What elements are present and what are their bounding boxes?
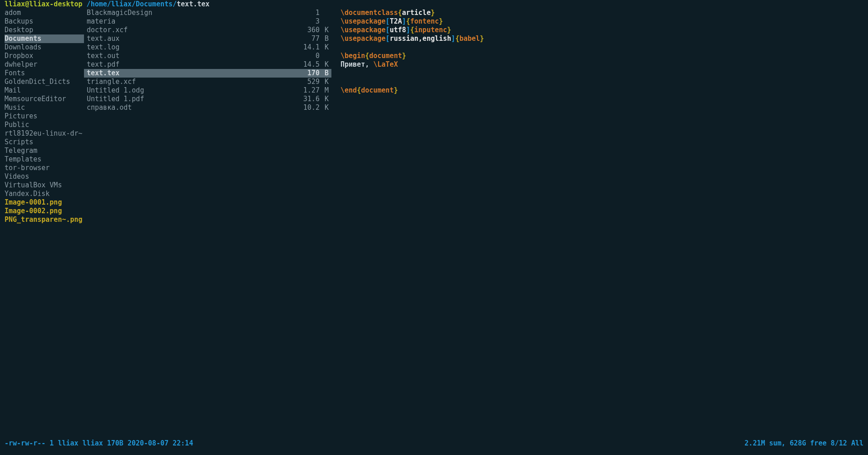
parent-dir-item[interactable]: Image-0002.png [5,207,84,215]
dir-label: GoldenDict_Dicts [5,78,70,86]
syntax-token: } [402,52,406,60]
parent-dir-item[interactable]: Telegram [5,147,84,155]
parent-dir-item[interactable]: Music [5,103,84,112]
syntax-token: utf8 [390,26,406,34]
parent-dir-item[interactable]: Pictures [5,112,84,121]
file-size-unit [320,9,329,17]
file-size: 77B [297,34,329,43]
dir-label: MemsourceEditor [5,95,66,103]
parent-dir-item[interactable]: Scripts [5,138,84,147]
parent-dir-item[interactable]: dwhelper [5,60,84,69]
parent-dir-pane[interactable]: adomBackupsDesktopDocumentsDownloadsDrop… [5,9,84,224]
syntax-token: { [357,86,361,94]
dir-label: Documents [5,34,41,43]
file-item[interactable]: text.log14.1K [84,43,331,52]
syntax-token: ] [451,34,455,43]
file-size-num: 77 [297,34,320,43]
parent-dir-item[interactable]: MemsourceEditor [5,95,84,103]
syntax-token: \documentclass [340,9,398,17]
syntax-token: article [402,9,430,17]
preview-pane[interactable]: \documentclass{article}\usepackage[T2A]{… [331,9,863,224]
file-label: text.pdf [84,60,119,69]
file-size-unit: K [320,78,329,86]
file-item[interactable]: Untitled 1.odg1.27M [84,86,331,95]
syntax-token: } [480,34,484,43]
file-size: 0 [297,52,329,60]
dir-label: Pictures [5,112,37,121]
file-size-num: 14.5 [297,60,320,69]
parent-dir-item[interactable]: GoldenDict_Dicts [5,78,84,86]
file-item[interactable]: triangle.xcf529K [84,78,331,86]
syntax-token: T2A [390,17,402,25]
dir-label: dwhelper [5,60,37,69]
image-file-label: PNG_transparen~.png [5,215,83,224]
parent-dir-item[interactable]: tor-browser [5,164,84,172]
file-size-num: 1 [297,9,320,17]
syntax-token: } [431,9,435,17]
parent-dir-item[interactable]: adom [5,9,84,17]
parent-dir-item[interactable]: Videos [5,172,84,181]
editor-line: \documentclass{article} [340,9,863,17]
file-item[interactable]: text.aux77B [84,34,331,43]
file-size: 360K [297,26,329,34]
file-size-unit: K [320,60,329,69]
user-host: lliax@lliax-desktop [5,0,83,8]
editor-line [340,43,863,52]
file-size: 3 [297,17,329,26]
parent-dir-item[interactable]: Documents [5,34,84,43]
parent-dir-item[interactable]: Downloads [5,43,84,52]
file-item[interactable]: materia3 [84,17,331,26]
file-item[interactable]: справка.odt10.2K [84,103,331,112]
parent-dir-item[interactable]: rtl8192eu-linux-dr~ [5,129,84,138]
dir-label: Music [5,103,25,112]
file-size-num: 3 [297,17,320,26]
file-item[interactable]: text.tex170B [84,69,331,78]
file-label: doctor.xcf [84,26,128,34]
parent-dir-item[interactable]: Public [5,121,84,129]
parent-dir-item[interactable]: Desktop [5,26,84,34]
status-right: 2.21M sum, 628G free 8/12 All [745,439,863,448]
file-size-unit [320,52,329,60]
dir-label: rtl8192eu-linux-dr~ [5,129,83,138]
parent-dir-item[interactable]: Yandex.Disk [5,190,84,198]
syntax-token: { [365,52,369,60]
dir-label: VirtualBox VMs [5,181,62,190]
file-item[interactable]: doctor.xcf360K [84,26,331,34]
dir-label: Backups [5,17,33,26]
file-item[interactable]: text.out0 [84,52,331,60]
file-size-unit: K [320,95,329,103]
dir-label: Dropbox [5,52,33,60]
file-item[interactable]: BlackmagicDesign1 [84,9,331,17]
editor-line: Привет, \LaTeX [340,60,863,69]
parent-dir-item[interactable]: Templates [5,155,84,164]
parent-dir-item[interactable]: Fonts [5,69,84,78]
editor-line: \usepackage[utf8]{inputenc} [340,26,863,34]
file-item[interactable]: text.pdf14.5K [84,60,331,69]
file-size: 10.2K [297,103,329,112]
dir-label: Yandex.Disk [5,190,49,198]
status-left: -rw-rw-r-- 1 lliax lliax 170B 2020-08-07… [5,439,193,448]
parent-dir-item[interactable]: Backups [5,17,84,26]
dir-label: Public [5,121,29,129]
file-size-num: 14.1 [297,43,320,52]
path-header: lliax@lliax-desktop /home/lliax/Document… [0,0,868,9]
parent-dir-item[interactable]: PNG_transparen~.png [5,215,84,224]
current-dir-pane[interactable]: BlackmagicDesign1materia3doctor.xcf360Kt… [84,9,331,224]
dir-label: Telegram [5,147,37,155]
dir-label: tor-browser [5,164,49,172]
parent-dir-item[interactable]: VirtualBox VMs [5,181,84,190]
file-size-unit [320,17,329,26]
file-size-unit: B [320,34,329,43]
syntax-token: russian,english [390,34,451,43]
parent-dir-item[interactable]: Mail [5,86,84,95]
file-size-num: 170 [297,69,320,78]
file-size-num: 31.6 [297,95,320,103]
syntax-token: babel [459,34,480,43]
parent-dir-item[interactable]: Dropbox [5,52,84,60]
file-size-num: 529 [297,78,320,86]
file-label: text.out [84,52,119,60]
file-item[interactable]: Untitled 1.pdf31.6K [84,95,331,103]
file-size: 170B [297,69,329,78]
parent-dir-item[interactable]: Image-0001.png [5,198,84,207]
image-file-label: Image-0001.png [5,198,62,207]
